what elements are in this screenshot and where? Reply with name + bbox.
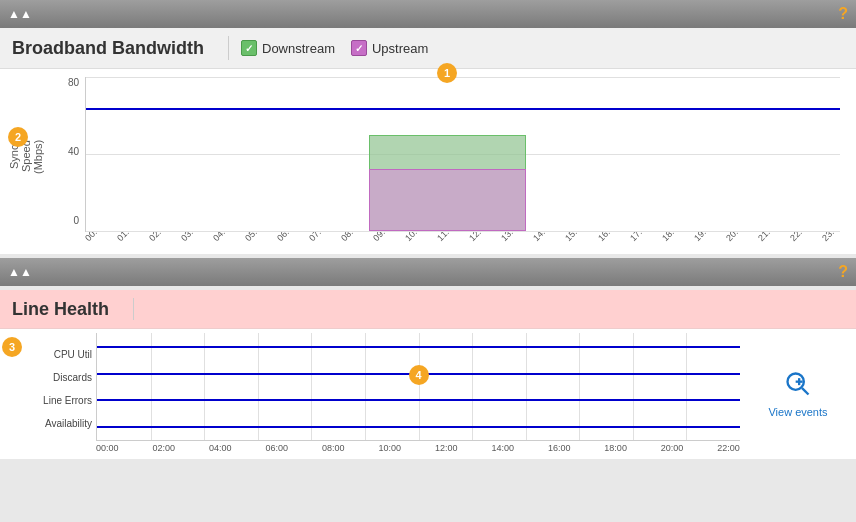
lh-x-1: 02:00 <box>152 443 175 453</box>
y-axis-label: SyncSpeed(Mbps) <box>8 77 53 246</box>
lh-grid-v-4 <box>311 333 312 440</box>
lh-grid-v-7 <box>472 333 473 440</box>
top-collapse-icon[interactable]: ▲▲ <box>8 7 32 21</box>
y-tick-80: 80 <box>68 77 83 88</box>
y-tick-0: 0 <box>73 215 83 226</box>
lh-x-0: 00:00 <box>96 443 119 453</box>
lh-grid-v-1 <box>151 333 152 440</box>
legend-downstream: ✓ Downstream <box>241 40 335 56</box>
line-health-title-bar: Line Health <box>0 290 856 329</box>
chart-inner: 80 40 0 64 Mbps <box>53 77 840 246</box>
lh-grid-v-9 <box>579 333 580 440</box>
x-tick-21: 21:00 <box>756 232 777 243</box>
badge-4: 4 <box>409 365 429 385</box>
x-tick-5: 05:00 <box>243 232 264 243</box>
x-tick-22: 22:00 <box>788 232 809 243</box>
line-health-panel: Line Health 3 CPU Util Discards Line Err… <box>0 290 856 459</box>
lh-x-3: 06:00 <box>265 443 288 453</box>
bottom-collapse-icon[interactable]: ▲▲ <box>8 265 32 279</box>
lh-x-5: 10:00 <box>378 443 401 453</box>
title-divider <box>228 36 229 60</box>
x-tick-7: 07:00 <box>307 232 328 243</box>
chart-plot: 64 Mbps 1 <box>85 77 840 232</box>
x-tick-13: 13:00 <box>499 232 520 243</box>
lh-x-11: 22:00 <box>717 443 740 453</box>
x-tick-19: 19:00 <box>692 232 713 243</box>
x-tick-9: 09:00 <box>371 232 392 243</box>
lh-grid-v-5 <box>365 333 366 440</box>
line-health-title: Line Health <box>12 299 109 320</box>
lh-chart-area: 3 CPU Util Discards Line Errors Availabi… <box>0 329 856 459</box>
grid-line-80 <box>86 77 840 78</box>
bandwidth-title: Broadband Bandwidth <box>12 38 204 59</box>
x-tick-17: 17:00 <box>628 232 649 243</box>
lh-x-axis: 00:00 02:00 04:00 06:00 08:00 10:00 12:0… <box>96 441 740 453</box>
bandwidth-title-bar: Broadband Bandwidth ✓ Downstream ✓ Upstr… <box>0 28 856 69</box>
bandwidth-chart-area: 2 SyncSpeed(Mbps) 80 40 0 <box>0 69 856 254</box>
lh-x-8: 16:00 <box>548 443 571 453</box>
downstream-legend-label: Downstream <box>262 41 335 56</box>
x-tick-20: 20:00 <box>724 232 745 243</box>
bottom-help-icon[interactable]: ? <box>838 263 848 281</box>
lh-label-discards: Discards <box>28 372 92 383</box>
badge-2: 2 <box>8 127 28 147</box>
upstream-legend-icon: ✓ <box>351 40 367 56</box>
x-tick-14: 14:00 <box>531 232 552 243</box>
magnify-icon <box>784 370 812 404</box>
lh-x-4: 08:00 <box>322 443 345 453</box>
lh-grid-v-11 <box>686 333 687 440</box>
bar-upstream <box>369 169 526 231</box>
top-section-header: ▲▲ ? <box>0 0 856 28</box>
x-tick-1: 01:00 <box>115 232 136 243</box>
x-tick-3: 03:00 <box>179 232 200 243</box>
legend-upstream: ✓ Upstream <box>351 40 428 56</box>
x-tick-12: 12:00 <box>467 232 488 243</box>
lh-x-10: 20:00 <box>661 443 684 453</box>
badge-1: 1 <box>437 63 457 83</box>
x-tick-6: 06:00 <box>275 232 296 243</box>
lh-plot: 4 <box>96 333 740 441</box>
lh-grid-v-2 <box>204 333 205 440</box>
lh-row-labels: CPU Util Discards Line Errors Availabili… <box>28 333 96 455</box>
svg-line-1 <box>802 388 808 394</box>
x-axis: 00:00 01:00 02:00 03:00 04:00 05:00 06:0… <box>85 232 840 246</box>
lh-row-errors <box>97 399 740 401</box>
lh-grid-v-8 <box>526 333 527 440</box>
badge-3: 3 <box>2 337 22 357</box>
x-tick-8: 08:00 <box>339 232 360 243</box>
view-events-label[interactable]: View events <box>768 406 827 418</box>
view-events-panel[interactable]: View events <box>748 339 848 449</box>
sync-line: 64 Mbps <box>86 108 840 110</box>
lh-label-cpu: CPU Util <box>28 349 92 360</box>
lh-x-9: 18:00 <box>604 443 627 453</box>
lh-grid-v-3 <box>258 333 259 440</box>
lh-label-avail: Availability <box>28 418 92 429</box>
bottom-section-header: ▲▲ ? <box>0 258 856 286</box>
lh-label-errors: Line Errors <box>28 395 92 406</box>
x-tick-18: 18:00 <box>660 232 681 243</box>
x-tick-16: 16:00 <box>596 232 617 243</box>
x-tick-10: 10:00 <box>403 232 424 243</box>
top-help-icon[interactable]: ? <box>838 5 848 23</box>
lh-title-divider <box>133 298 134 320</box>
x-tick-15: 15:00 <box>563 232 584 243</box>
lh-grid-v-10 <box>633 333 634 440</box>
lh-x-2: 04:00 <box>209 443 232 453</box>
lh-x-7: 14:00 <box>491 443 514 453</box>
lh-row-cpu <box>97 346 740 348</box>
x-tick-23: 23:00 <box>820 232 840 243</box>
bandwidth-chart-container: 2 SyncSpeed(Mbps) 80 40 0 <box>8 77 840 246</box>
y-tick-40: 40 <box>68 146 83 157</box>
lh-grid-v-6 <box>419 333 420 440</box>
downstream-legend-icon: ✓ <box>241 40 257 56</box>
y-ticks: 80 40 0 <box>53 77 83 226</box>
lh-x-6: 12:00 <box>435 443 458 453</box>
upstream-legend-label: Upstream <box>372 41 428 56</box>
x-tick-4: 04:00 <box>211 232 232 243</box>
x-tick-2: 02:00 <box>147 232 168 243</box>
lh-plot-wrapper: 4 00:00 02:00 04:00 06:00 08:00 10:00 12… <box>96 333 740 455</box>
lh-row-avail <box>97 426 740 428</box>
x-tick-11: 11:00 <box>435 232 456 243</box>
bandwidth-panel: Broadband Bandwidth ✓ Downstream ✓ Upstr… <box>0 28 856 254</box>
x-tick-0: 00:00 <box>85 232 104 243</box>
